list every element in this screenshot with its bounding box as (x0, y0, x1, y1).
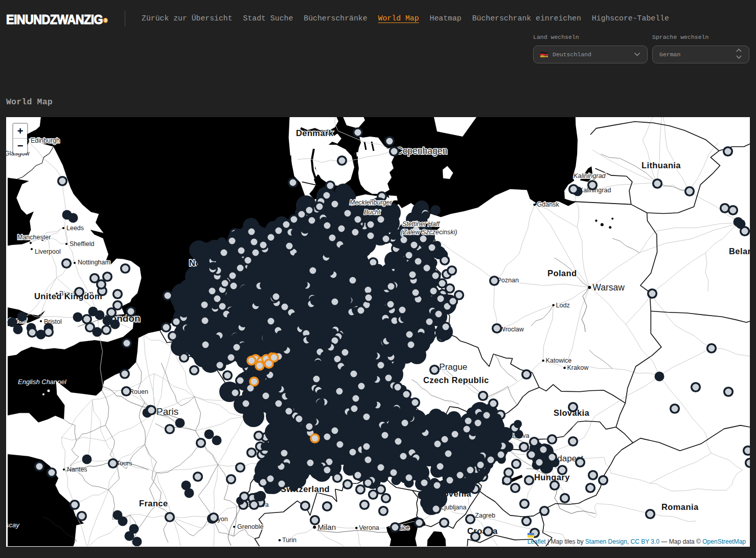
svg-text:Gdansk: Gdansk (537, 201, 560, 208)
svg-text:Copenhagen: Copenhagen (396, 146, 447, 156)
svg-text:Prague: Prague (439, 362, 467, 372)
svg-text:Liverpool: Liverpool (35, 248, 61, 255)
svg-text:Poland: Poland (547, 269, 577, 278)
svg-text:France: France (139, 499, 168, 508)
svg-text:Manchester: Manchester (17, 234, 51, 241)
svg-text:Turin: Turin (282, 537, 296, 544)
svg-text:Leeds: Leeds (66, 225, 84, 232)
svg-text:Grenoble: Grenoble (237, 523, 263, 530)
svg-text:Nottingham: Nottingham (78, 259, 110, 266)
svg-text:Nantes: Nantes (67, 466, 87, 473)
svg-text:Krakow: Krakow (567, 364, 589, 371)
svg-text:Wroclaw: Wroclaw (499, 326, 524, 333)
svg-text:Czech Republic: Czech Republic (423, 375, 489, 385)
svg-text:Milan: Milan (317, 523, 336, 531)
svg-text:Denmark: Denmark (296, 128, 334, 138)
svg-text:Lodz: Lodz (556, 302, 570, 309)
svg-text:Edinburgh: Edinburgh (31, 137, 60, 144)
svg-text:Sheffield: Sheffield (70, 240, 94, 248)
svg-text:scay: scay (6, 521, 20, 529)
svg-text:Lithuania: Lithuania (642, 161, 681, 170)
svg-text:Warsaw: Warsaw (592, 282, 625, 293)
svg-text:United Kingdom: United Kingdom (34, 292, 102, 301)
svg-text:Belarus: Belarus (729, 247, 750, 256)
svg-text:Katowice: Katowice (546, 357, 572, 364)
svg-text:Rouen: Rouen (129, 388, 148, 395)
svg-text:Mecklenburger: Mecklenburger (350, 199, 393, 206)
svg-text:English Channel: English Channel (18, 378, 67, 386)
svg-text:Stettiner Haff: Stettiner Haff (402, 220, 440, 228)
svg-text:Bucht: Bucht (364, 209, 380, 216)
svg-text:Zagreb: Zagreb (475, 512, 495, 519)
svg-text:Romania: Romania (661, 502, 699, 511)
svg-text:Poznan: Poznan (497, 277, 519, 284)
svg-text:(Zalew Szczecinski): (Zalew Szczecinski) (401, 229, 457, 236)
svg-text:Kaliningrad: Kaliningrad (574, 172, 606, 180)
